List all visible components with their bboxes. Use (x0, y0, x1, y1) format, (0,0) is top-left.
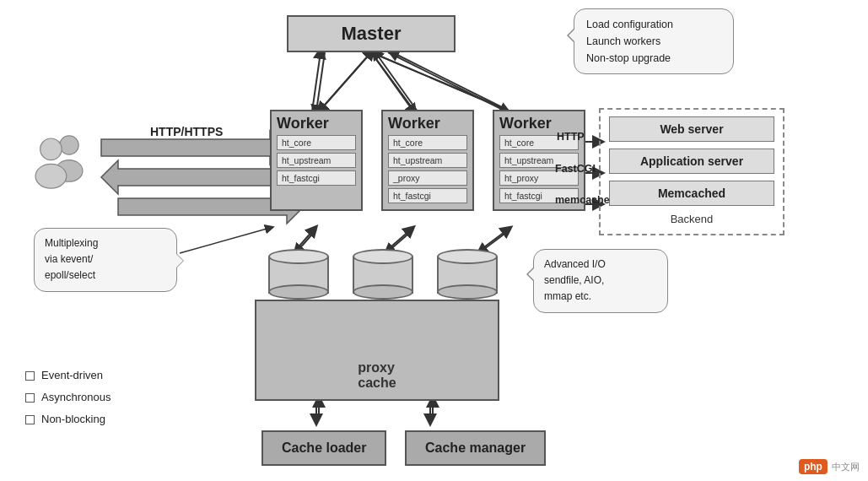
svg-line-0 (321, 52, 371, 110)
http-label: HTTP (557, 131, 585, 143)
worker-area: Worker ht_core ht_upstream ht_fastcgi Wo… (270, 110, 585, 211)
svg-line-7 (312, 52, 321, 111)
worker-module-1-3: ht_fastcgi (277, 170, 356, 186)
multiplex-callout: Multiplexingvia kevent/epoll/select (34, 228, 177, 292)
svg-point-32 (35, 164, 67, 188)
app-server-item: Application server (609, 149, 774, 174)
backend-box: Web server Application server Memcached … (599, 108, 784, 235)
advio-text: Advanced I/Osendfile, AIO,mmap etc. (544, 258, 606, 302)
backend-label: Backend (609, 213, 774, 225)
worker-module-2-2: ht_upstream (388, 153, 467, 168)
legend-sq-3 (25, 415, 35, 424)
people-icon (25, 125, 93, 192)
cyl-top-2 (353, 249, 413, 264)
legend: Event-driven Asynchronous Non-blocking (25, 365, 111, 430)
memcache-label: memcache (555, 194, 610, 206)
diagram: Master Load configuration Launch workers… (0, 0, 868, 481)
cache-loader-box: Cache loader (261, 430, 386, 466)
php-logo: php 中文网 (799, 459, 860, 474)
worker-module-1-1: ht_core (277, 135, 356, 150)
fastcgi-label: FastCGI (555, 163, 596, 175)
legend-item-2: Asynchronous (25, 386, 111, 408)
master-label: Master (342, 23, 402, 45)
legend-sq-2 (25, 393, 35, 403)
callout-line1: Load configuration (586, 19, 673, 30)
legend-item-1: Event-driven (25, 365, 111, 386)
svg-line-5 (371, 52, 506, 110)
advio-callout: Advanced I/Osendfile, AIO,mmap etc. (533, 249, 668, 313)
worker-title-1: Worker (277, 115, 356, 135)
proxy-cache-label: proxycache (358, 360, 396, 391)
svg-line-3 (371, 52, 413, 110)
svg-line-28 (180, 228, 270, 253)
svg-marker-13 (101, 160, 287, 194)
worker-title-2: Worker (388, 115, 467, 135)
worker-box-2: Worker ht_core ht_upstream _proxy ht_fas… (381, 110, 474, 211)
worker-module-2-4: ht_fastcgi (388, 188, 467, 203)
cache-loader-label: Cache loader (282, 440, 366, 455)
worker-module-2-3: _proxy (388, 170, 467, 186)
http-https-label: HTTP/HTTPS (150, 125, 223, 138)
svg-line-11 (392, 52, 510, 111)
legend-text-2: Asynchronous (41, 386, 111, 408)
proxy-cache-box: proxycache (255, 300, 499, 401)
legend-text-3: Non-blocking (41, 408, 105, 430)
master-box: Master (287, 15, 456, 52)
php-badge: php (799, 459, 828, 474)
svg-line-2 (371, 52, 413, 110)
svg-line-8 (371, 52, 413, 111)
svg-line-4 (371, 52, 506, 110)
callout-line2: Launch workers (586, 35, 660, 47)
legend-item-3: Non-blocking (25, 408, 111, 430)
svg-line-10 (388, 52, 506, 111)
worker-module-1-2: ht_upstream (277, 153, 356, 168)
svg-line-1 (321, 52, 371, 110)
legend-text-1: Event-driven (41, 365, 103, 386)
worker-box-1: Worker ht_core ht_upstream ht_fastcgi (270, 110, 363, 211)
memcached-item: Memcached (609, 181, 774, 206)
svg-point-31 (40, 138, 62, 160)
callout-bubble: Load configuration Launch workers Non-st… (574, 8, 734, 74)
web-server-item: Web server (609, 116, 774, 142)
worker-module-2-1: ht_core (388, 135, 467, 150)
svg-line-9 (375, 52, 418, 111)
php-site: 中文网 (832, 462, 860, 472)
svg-point-29 (60, 136, 78, 154)
callout-line3: Non-stop upgrade (586, 52, 671, 64)
multiplex-text: Multiplexingvia kevent/epoll/select (45, 237, 98, 281)
svg-line-6 (316, 52, 325, 111)
cache-manager-box: Cache manager (405, 430, 546, 466)
cyl-top-3 (437, 249, 498, 264)
cyl-top-1 (268, 249, 329, 264)
cache-manager-label: Cache manager (425, 440, 526, 455)
legend-sq-1 (25, 371, 35, 381)
